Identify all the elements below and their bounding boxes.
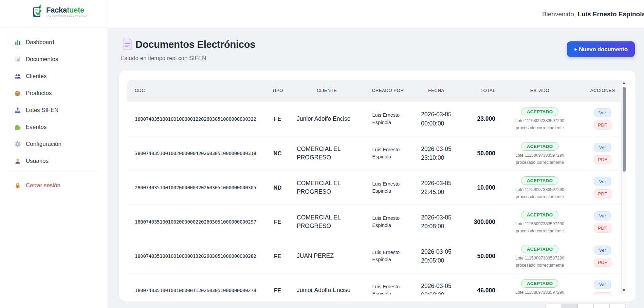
status-lote-text: Lote 11158097383597290: [515, 187, 564, 192]
sidebar-item-usuarios[interactable]: Usuarios: [0, 153, 108, 170]
total-value: 300.000: [474, 218, 495, 225]
page-title: Documentos Electrónicos: [135, 39, 255, 50]
ver-button[interactable]: Ver: [594, 246, 611, 255]
creado-por-value: Luis Ernesto Espinola: [372, 112, 404, 126]
total-value: 23.000: [477, 115, 495, 122]
table-row: 1800740351001001000001120260305100000000…: [127, 273, 626, 294]
pdf-button[interactable]: PDF: [594, 224, 611, 233]
main-content: Documentos Electrónicos Estado en tiempo…: [108, 28, 644, 308]
pdf-button[interactable]: PDF: [594, 258, 611, 267]
sidebar-item-dashboard[interactable]: Dashboard: [0, 34, 108, 51]
pagination: [545, 304, 626, 308]
tipo-value: ND: [274, 185, 282, 191]
status-badge: ACEPTADO: [521, 176, 558, 185]
scrollbar-down-arrow-icon[interactable]: [623, 289, 625, 292]
brand-name-part1: Facka: [46, 6, 67, 14]
cdc-value: 3800740351001002000000420260305100000000…: [135, 151, 256, 156]
pagination-button-3[interactable]: [577, 304, 593, 308]
cdc-value: 1800740351001001000001320260305100000000…: [135, 253, 256, 259]
status-lote-text: Lote 11158097383597290: [515, 290, 564, 295]
status-detail-text: procesado correctamente: [516, 126, 564, 130]
cliente-value: COMERCIAL EL PROGRESO: [297, 146, 341, 161]
total-value: 46.000: [477, 287, 495, 294]
fecha-time: 00:00:00: [421, 119, 452, 128]
sidebar-item-label: Clientes: [26, 73, 47, 80]
sidebar-item-logout[interactable]: Cerrar sesión: [0, 177, 108, 194]
sidebar-item-configuracion[interactable]: Configuración: [0, 136, 108, 153]
sidebar-item-label: Eventos: [26, 124, 47, 131]
column-header-fecha: FECHA: [407, 88, 465, 94]
fecha-date: 2026-03-05: [421, 282, 452, 290]
cdc-value: 2800740351001002000000320260305100000000…: [135, 185, 256, 190]
users-icon: [14, 73, 21, 80]
cdc-value: 1800740351001001000001220260305100000000…: [135, 116, 256, 122]
brand-text: Fackatuete FACTURACIÓN ELECTRONICA: [46, 6, 87, 19]
sidebar-item-label: Productos: [26, 90, 52, 97]
document-icon: [14, 56, 21, 63]
fecha-date: 2026-03-05: [421, 179, 452, 188]
table-row: 2800740351001002000000320260305100000000…: [127, 170, 626, 205]
table-row: 3800740351001002000000420260305100000000…: [127, 136, 626, 170]
sidebar-item-clientes[interactable]: Clientes: [0, 68, 108, 85]
ver-button[interactable]: Ver: [594, 211, 611, 220]
pagination-button-4[interactable]: [593, 304, 609, 308]
status-lote-text: Lote 11158097383597290: [515, 153, 564, 158]
table-body: 1800740351001001000001220260305100000000…: [127, 102, 626, 294]
new-document-button[interactable]: + Nuevo documento: [567, 41, 635, 57]
page-icon: [122, 37, 132, 50]
tipo-value: FE: [274, 116, 281, 122]
pdf-button[interactable]: PDF: [594, 189, 611, 198]
column-header-cdc: CDC: [127, 88, 270, 94]
pagination-button-2[interactable]: [562, 304, 577, 308]
fecha-date: 2026-03-05: [421, 247, 452, 256]
brand-logo[interactable]: Fackatuete FACTURACIÓN ELECTRONICA: [32, 4, 87, 19]
pdf-button[interactable]: PDF: [594, 292, 611, 295]
sidebar-item-productos[interactable]: Productos: [0, 85, 108, 102]
ver-button[interactable]: Ver: [594, 177, 611, 186]
pagination-button-1[interactable]: [546, 304, 562, 308]
sidebar: Fackatuete FACTURACIÓN ELECTRONICA Dashb…: [0, 0, 108, 308]
creado-por-value: Luis Ernesto Espinola: [372, 146, 404, 160]
logout-label: Cerrar sesión: [26, 182, 60, 189]
fecha-time: 22:45:00: [421, 188, 452, 196]
fecha-value: 2026-03-05 20:08:00: [421, 213, 452, 231]
cliente-value: Junior Adolfo Enciso: [297, 287, 351, 293]
welcome-message: Bienvenido, Luis Ernesto Espinola: [542, 11, 644, 18]
fecha-value: 2026-03-05 22:45:00: [421, 179, 452, 197]
tipo-value: FE: [274, 287, 281, 293]
ver-button[interactable]: Ver: [594, 143, 611, 152]
table-scrollbar: [621, 80, 626, 294]
scrollbar-up-arrow-icon[interactable]: [623, 82, 625, 84]
logo-document-check-icon: [32, 4, 44, 19]
table-row: 1800740351001002000000220260305100000000…: [127, 205, 626, 239]
table-header-row: CDC TIPO CLIENTE CREADO POR FECHA TOTAL …: [127, 80, 626, 102]
cliente-value: Junior Adolfo Enciso: [297, 115, 351, 122]
status-badge: ACEPTADO: [521, 142, 558, 151]
column-header-cliente: CLIENTE: [285, 88, 368, 94]
status-detail-text: procesado correctamente: [516, 194, 564, 199]
scrollbar-thumb[interactable]: [623, 87, 626, 172]
lock-icon: [14, 182, 21, 189]
pagination-button-5[interactable]: [609, 304, 625, 308]
sidebar-divider: [8, 173, 99, 173]
status-badge: ACEPTADO: [521, 245, 558, 253]
bar-chart-icon: [14, 39, 21, 46]
brand-name-part2: tuete: [67, 6, 84, 14]
sidebar-nav: DashboardDocumentosClientesProductosLote…: [0, 34, 108, 170]
cliente-value: COMERCIAL EL PROGRESO: [297, 214, 341, 229]
pdf-button[interactable]: PDF: [594, 155, 611, 164]
sidebar-item-label: Lotes SIFEN: [26, 107, 58, 114]
sidebar-item-lotes-sifen[interactable]: Lotes SIFEN: [0, 102, 108, 119]
total-value: 50.000: [477, 253, 495, 259]
ver-button[interactable]: Ver: [594, 108, 611, 117]
total-value: 10.000: [477, 184, 495, 191]
fecha-date: 2026-03-05: [421, 145, 452, 153]
sidebar-item-documentos[interactable]: Documentos: [0, 51, 108, 68]
status-badge: ACEPTADO: [521, 211, 558, 219]
status-detail-text: procesado correctamente: [516, 229, 564, 233]
lock-icon: [14, 182, 21, 189]
pdf-button[interactable]: PDF: [594, 120, 611, 130]
ver-button[interactable]: Ver: [594, 280, 611, 289]
sidebar-item-eventos[interactable]: Eventos: [0, 119, 108, 136]
fecha-date: 2026-03-05: [421, 213, 452, 222]
